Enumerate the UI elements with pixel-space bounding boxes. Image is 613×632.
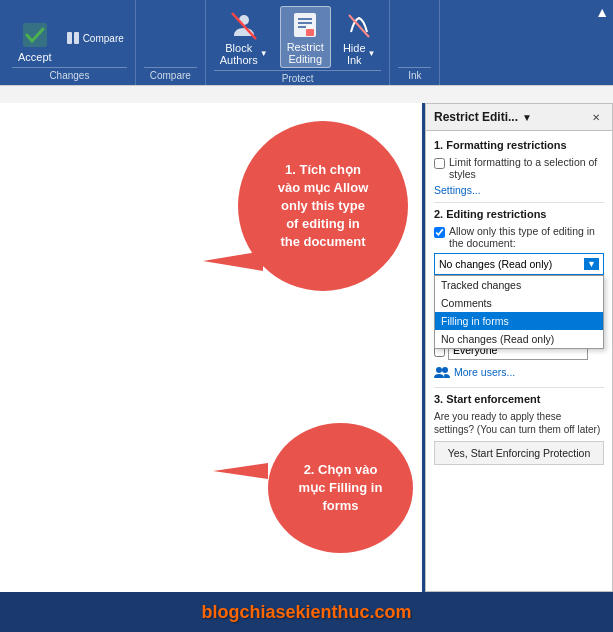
dropdown-item-tracked[interactable]: Tracked changes <box>435 276 603 294</box>
restrict-editing-button[interactable]: RestrictEditing <box>280 6 331 68</box>
section1-title: 1. Formatting restrictions <box>434 139 604 151</box>
svg-marker-15 <box>203 251 263 271</box>
ribbon-group-compare: Compare <box>136 0 206 85</box>
svg-point-13 <box>436 367 442 373</box>
restrict-editing-label: RestrictEditing <box>287 41 324 65</box>
svg-rect-11 <box>0 85 613 103</box>
panel-close-button[interactable]: ✕ <box>588 109 604 125</box>
block-authors-label: BlockAuthors <box>220 42 258 66</box>
compare-button[interactable]: Compare <box>62 29 127 47</box>
content-area: Restrict Editi... ▼ ✕ 1. Formatting rest… <box>0 103 613 592</box>
section1-divider <box>434 202 604 203</box>
dropdown-item-no-changes[interactable]: No changes (Read only) <box>435 330 603 348</box>
svg-rect-9 <box>306 29 314 36</box>
ruler <box>0 85 613 103</box>
ribbon-group-ink: Ink <box>390 0 440 85</box>
section3-title: 3. Start enforcement <box>434 393 604 405</box>
more-users-icon <box>434 365 450 379</box>
editing-type-label: Allow only this type of editing in the d… <box>449 225 604 249</box>
ink-group-label: Ink <box>398 67 431 81</box>
compare-group-label: Compare <box>144 67 197 81</box>
restrict-editing-panel: Restrict Editi... ▼ ✕ 1. Formatting rest… <box>425 103 613 592</box>
protect-group-label: Protect <box>214 70 382 84</box>
ribbon-group-protect: BlockAuthors ▼ RestrictEditing <box>206 0 391 85</box>
more-users-label: More users... <box>454 366 515 378</box>
panel-dropdown-indicator[interactable]: ▼ <box>522 112 532 123</box>
svg-rect-2 <box>74 32 79 44</box>
ribbon-group-changes: Accept Compare Changes <box>4 0 136 85</box>
block-authors-icon <box>228 10 260 42</box>
accept-button[interactable]: Accept <box>12 17 58 65</box>
ribbon: Accept Compare Changes Compare <box>0 0 613 85</box>
enforce-protection-button[interactable]: Yes, Start Enforcing Protection <box>434 441 604 465</box>
panel-body: 1. Formatting restrictions Limit formatt… <box>426 131 612 591</box>
editing-type-dropdown-menu: Tracked changes Comments Filling in form… <box>434 275 604 349</box>
panel-controls: ✕ <box>588 109 604 125</box>
callout2-arrow <box>213 463 263 479</box>
section2-checkbox-row: Allow only this type of editing in the d… <box>434 225 604 249</box>
section3-description: Are you ready to apply these settings? (… <box>434 410 604 436</box>
hide-ink-label: HideInk <box>343 42 366 66</box>
panel-title: Restrict Editi... ▼ <box>434 110 532 124</box>
bottom-bar: blogchiasekienthuc.com <box>0 592 613 632</box>
compare-icon <box>65 30 81 46</box>
bottom-text: blogchiasekienthuc.com <box>201 602 411 623</box>
block-authors-button[interactable]: BlockAuthors ▼ <box>214 8 274 68</box>
svg-rect-1 <box>67 32 72 44</box>
section2-divider <box>434 387 604 388</box>
svg-marker-16 <box>213 463 268 479</box>
formatting-restrictions-label: Limit formatting to a selection of style… <box>449 156 604 180</box>
dropdown-item-filling[interactable]: Filling in forms <box>435 312 603 330</box>
callout2-text: 2. Chọn vàomục Filling informs <box>299 461 383 516</box>
dropdown-selected-text: No changes (Read only) <box>439 258 552 270</box>
callout1: 1. Tích chọnvào mục Allowonly this typeo… <box>238 121 408 291</box>
compare-label: Compare <box>83 33 124 44</box>
compare-btns: Compare <box>62 29 127 65</box>
editing-type-dropdown-button[interactable]: No changes (Read only) ▼ <box>434 253 604 275</box>
block-authors-chevron: ▼ <box>260 49 268 58</box>
hide-ink-button[interactable]: HideInk ▼ <box>337 8 382 68</box>
dropdown-item-comments[interactable]: Comments <box>435 294 603 312</box>
callout2: 2. Chọn vàomục Filling informs <box>268 423 413 553</box>
editing-type-dropdown-container: No changes (Read only) ▼ Tracked changes… <box>434 253 604 275</box>
panel-header: Restrict Editi... ▼ ✕ <box>426 104 612 131</box>
changes-group-label: Changes <box>12 67 127 81</box>
hide-ink-icon <box>343 10 375 42</box>
accept-label: Accept <box>18 51 52 63</box>
panel-title-text: Restrict Editi... <box>434 110 518 124</box>
section2-title: 2. Editing restrictions <box>434 208 604 220</box>
dropdown-arrow-icon: ▼ <box>584 258 599 270</box>
svg-point-14 <box>442 367 448 373</box>
editing-type-checkbox[interactable] <box>434 227 445 238</box>
callout1-text: 1. Tích chọnvào mục Allowonly this typeo… <box>278 161 369 252</box>
formatting-restrictions-checkbox[interactable] <box>434 158 445 169</box>
more-users-link[interactable]: More users... <box>434 365 604 379</box>
accept-icon <box>19 19 51 51</box>
section1-checkbox-row: Limit formatting to a selection of style… <box>434 156 604 180</box>
restrict-editing-icon <box>289 9 321 41</box>
ribbon-collapse-button[interactable]: ▲ <box>595 4 609 20</box>
settings-link[interactable]: Settings... <box>434 184 604 196</box>
callout1-arrow <box>203 251 253 271</box>
hide-ink-chevron: ▼ <box>368 49 376 58</box>
